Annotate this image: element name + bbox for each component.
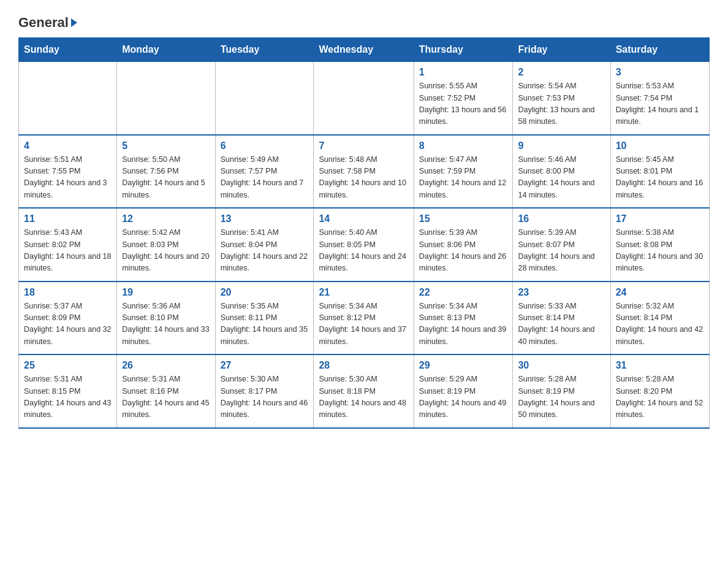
sun-info: Sunrise: 5:38 AM Sunset: 8:08 PM Dayligh… [616, 227, 704, 275]
calendar-cell: 18Sunrise: 5:37 AM Sunset: 8:09 PM Dayli… [19, 282, 117, 355]
calendar-cell [19, 62, 117, 135]
calendar-header-row: SundayMondayTuesdayWednesdayThursdayFrid… [19, 38, 710, 62]
calendar-header-wednesday: Wednesday [314, 38, 414, 62]
calendar-cell: 23Sunrise: 5:33 AM Sunset: 8:14 PM Dayli… [513, 282, 610, 355]
calendar-week-2: 4Sunrise: 5:51 AM Sunset: 7:55 PM Daylig… [19, 135, 710, 209]
day-number: 23 [518, 287, 605, 298]
calendar-header-tuesday: Tuesday [215, 38, 314, 62]
calendar-week-1: 1Sunrise: 5:55 AM Sunset: 7:52 PM Daylig… [19, 62, 710, 135]
calendar-cell: 24Sunrise: 5:32 AM Sunset: 8:14 PM Dayli… [610, 282, 709, 355]
sun-info: Sunrise: 5:34 AM Sunset: 8:12 PM Dayligh… [319, 301, 408, 348]
day-number: 6 [221, 140, 309, 151]
day-number: 10 [616, 140, 704, 151]
calendar-week-3: 11Sunrise: 5:43 AM Sunset: 8:02 PM Dayli… [19, 208, 710, 282]
sun-info: Sunrise: 5:40 AM Sunset: 8:05 PM Dayligh… [319, 227, 408, 275]
sun-info: Sunrise: 5:30 AM Sunset: 8:18 PM Dayligh… [319, 373, 408, 421]
sun-info: Sunrise: 5:48 AM Sunset: 7:58 PM Dayligh… [319, 154, 408, 202]
day-number: 18 [24, 287, 112, 298]
sun-info: Sunrise: 5:28 AM Sunset: 8:19 PM Dayligh… [518, 373, 605, 421]
day-number: 26 [122, 360, 210, 371]
calendar-cell: 2Sunrise: 5:54 AM Sunset: 7:53 PM Daylig… [513, 62, 610, 135]
calendar-cell: 5Sunrise: 5:50 AM Sunset: 7:56 PM Daylig… [117, 135, 215, 209]
sun-info: Sunrise: 5:39 AM Sunset: 8:07 PM Dayligh… [518, 227, 605, 275]
sun-info: Sunrise: 5:53 AM Sunset: 7:54 PM Dayligh… [616, 80, 704, 128]
day-number: 12 [122, 213, 210, 224]
calendar-cell: 28Sunrise: 5:30 AM Sunset: 8:18 PM Dayli… [314, 354, 414, 428]
calendar-header-sunday: Sunday [19, 38, 117, 62]
calendar-cell: 27Sunrise: 5:30 AM Sunset: 8:17 PM Dayli… [215, 354, 314, 428]
sun-info: Sunrise: 5:31 AM Sunset: 8:16 PM Dayligh… [122, 373, 210, 421]
day-number: 21 [319, 287, 408, 298]
logo: General [18, 12, 77, 30]
calendar-cell: 17Sunrise: 5:38 AM Sunset: 8:08 PM Dayli… [610, 208, 709, 282]
sun-info: Sunrise: 5:39 AM Sunset: 8:06 PM Dayligh… [419, 227, 508, 275]
calendar-cell: 29Sunrise: 5:29 AM Sunset: 8:19 PM Dayli… [414, 354, 513, 428]
day-number: 28 [319, 360, 408, 371]
day-number: 30 [518, 360, 605, 371]
day-number: 22 [419, 287, 508, 298]
sun-info: Sunrise: 5:46 AM Sunset: 8:00 PM Dayligh… [518, 154, 605, 202]
sun-info: Sunrise: 5:55 AM Sunset: 7:52 PM Dayligh… [419, 80, 508, 128]
sun-info: Sunrise: 5:42 AM Sunset: 8:03 PM Dayligh… [122, 227, 210, 275]
sun-info: Sunrise: 5:28 AM Sunset: 8:20 PM Dayligh… [616, 373, 704, 421]
sun-info: Sunrise: 5:33 AM Sunset: 8:14 PM Dayligh… [518, 301, 605, 348]
sun-info: Sunrise: 5:47 AM Sunset: 7:59 PM Dayligh… [419, 154, 508, 202]
day-number: 11 [24, 213, 112, 224]
day-number: 2 [518, 67, 605, 78]
calendar-cell [117, 62, 215, 135]
sun-info: Sunrise: 5:43 AM Sunset: 8:02 PM Dayligh… [24, 227, 112, 275]
day-number: 31 [616, 360, 704, 371]
calendar-header-thursday: Thursday [414, 38, 513, 62]
calendar-cell: 9Sunrise: 5:46 AM Sunset: 8:00 PM Daylig… [513, 135, 610, 209]
day-number: 15 [419, 213, 508, 224]
calendar-cell: 25Sunrise: 5:31 AM Sunset: 8:15 PM Dayli… [19, 354, 117, 428]
calendar-cell: 13Sunrise: 5:41 AM Sunset: 8:04 PM Dayli… [215, 208, 314, 282]
day-number: 3 [616, 67, 704, 78]
sun-info: Sunrise: 5:29 AM Sunset: 8:19 PM Dayligh… [419, 373, 508, 421]
calendar-cell: 1Sunrise: 5:55 AM Sunset: 7:52 PM Daylig… [414, 62, 513, 135]
calendar-cell: 7Sunrise: 5:48 AM Sunset: 7:58 PM Daylig… [314, 135, 414, 209]
logo-text: General [18, 15, 77, 30]
day-number: 5 [122, 140, 210, 151]
calendar-cell: 8Sunrise: 5:47 AM Sunset: 7:59 PM Daylig… [414, 135, 513, 209]
calendar-cell: 19Sunrise: 5:36 AM Sunset: 8:10 PM Dayli… [117, 282, 215, 355]
calendar-week-4: 18Sunrise: 5:37 AM Sunset: 8:09 PM Dayli… [19, 282, 710, 355]
day-number: 14 [319, 213, 408, 224]
calendar-cell: 21Sunrise: 5:34 AM Sunset: 8:12 PM Dayli… [314, 282, 414, 355]
sun-info: Sunrise: 5:45 AM Sunset: 8:01 PM Dayligh… [616, 154, 704, 202]
sun-info: Sunrise: 5:37 AM Sunset: 8:09 PM Dayligh… [24, 301, 112, 348]
calendar-cell: 3Sunrise: 5:53 AM Sunset: 7:54 PM Daylig… [610, 62, 709, 135]
day-number: 16 [518, 213, 605, 224]
day-number: 13 [221, 213, 309, 224]
calendar-cell: 12Sunrise: 5:42 AM Sunset: 8:03 PM Dayli… [117, 208, 215, 282]
day-number: 17 [616, 213, 704, 224]
day-number: 25 [24, 360, 112, 371]
day-number: 7 [319, 140, 408, 151]
page-header: General [18, 12, 710, 30]
sun-info: Sunrise: 5:32 AM Sunset: 8:14 PM Dayligh… [616, 301, 704, 348]
day-number: 9 [518, 140, 605, 151]
day-number: 8 [419, 140, 508, 151]
sun-info: Sunrise: 5:35 AM Sunset: 8:11 PM Dayligh… [221, 301, 309, 348]
day-number: 29 [419, 360, 508, 371]
sun-info: Sunrise: 5:31 AM Sunset: 8:15 PM Dayligh… [24, 373, 112, 421]
day-number: 4 [24, 140, 112, 151]
sun-info: Sunrise: 5:41 AM Sunset: 8:04 PM Dayligh… [221, 227, 309, 275]
day-number: 1 [419, 67, 508, 78]
sun-info: Sunrise: 5:34 AM Sunset: 8:13 PM Dayligh… [419, 301, 508, 348]
calendar-table: SundayMondayTuesdayWednesdayThursdayFrid… [18, 37, 710, 429]
calendar-cell: 14Sunrise: 5:40 AM Sunset: 8:05 PM Dayli… [314, 208, 414, 282]
day-number: 27 [221, 360, 309, 371]
calendar-cell: 26Sunrise: 5:31 AM Sunset: 8:16 PM Dayli… [117, 354, 215, 428]
sun-info: Sunrise: 5:36 AM Sunset: 8:10 PM Dayligh… [122, 301, 210, 348]
calendar-cell: 11Sunrise: 5:43 AM Sunset: 8:02 PM Dayli… [19, 208, 117, 282]
calendar-cell: 6Sunrise: 5:49 AM Sunset: 7:57 PM Daylig… [215, 135, 314, 209]
calendar-cell: 31Sunrise: 5:28 AM Sunset: 8:20 PM Dayli… [610, 354, 709, 428]
calendar-cell: 15Sunrise: 5:39 AM Sunset: 8:06 PM Dayli… [414, 208, 513, 282]
calendar-cell [314, 62, 414, 135]
calendar-cell: 22Sunrise: 5:34 AM Sunset: 8:13 PM Dayli… [414, 282, 513, 355]
calendar-cell: 20Sunrise: 5:35 AM Sunset: 8:11 PM Dayli… [215, 282, 314, 355]
sun-info: Sunrise: 5:50 AM Sunset: 7:56 PM Dayligh… [122, 154, 210, 202]
calendar-cell: 16Sunrise: 5:39 AM Sunset: 8:07 PM Dayli… [513, 208, 610, 282]
calendar-header-friday: Friday [513, 38, 610, 62]
